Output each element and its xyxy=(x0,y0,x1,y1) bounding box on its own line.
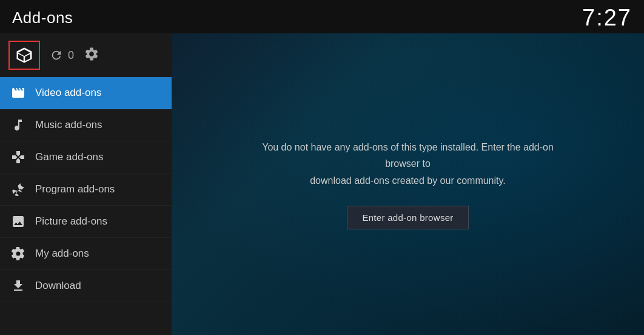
icon-bar: 0 xyxy=(0,33,172,77)
gamepad-icon xyxy=(11,150,25,164)
enter-addon-browser-button[interactable]: Enter add-on browser xyxy=(347,206,468,229)
app-header: Add-ons 7:27 xyxy=(0,0,644,33)
main-layout: 0 Video add-ons Music a xyxy=(0,33,644,335)
box-icon xyxy=(15,46,33,64)
sidebar-item-video-addons-label: Video add-ons xyxy=(35,87,101,99)
wrench-icon xyxy=(11,182,25,197)
sidebar-item-music-addons-label: Music add-ons xyxy=(35,119,102,131)
image-icon xyxy=(11,214,25,229)
sidebar-item-my-addons[interactable]: My add-ons xyxy=(0,238,172,270)
page-title: Add-ons xyxy=(12,8,73,27)
content-area: You do not have any add-ons of this type… xyxy=(172,33,644,335)
refresh-count: 0 xyxy=(68,49,74,62)
sidebar-item-download[interactable]: Download xyxy=(0,270,172,302)
sidebar-item-picture-addons[interactable]: Picture add-ons xyxy=(0,206,172,238)
refresh-icon xyxy=(50,49,63,62)
download-icon xyxy=(11,279,25,293)
addon-box-button[interactable] xyxy=(8,41,40,70)
settings-button[interactable] xyxy=(84,46,99,64)
empty-state-message: You do not have any add-ons of this type… xyxy=(257,139,560,189)
message-line1: You do not have any add-ons of this type… xyxy=(262,142,554,169)
nav-items: Video add-ons Music add-ons Game add-ons xyxy=(0,77,172,335)
message-line2: download add-ons created by our communit… xyxy=(310,175,506,186)
sidebar-item-video-addons[interactable]: Video add-ons xyxy=(0,77,172,109)
clock: 7:27 xyxy=(582,5,632,31)
film-icon xyxy=(11,86,25,100)
sidebar: 0 Video add-ons Music a xyxy=(0,33,172,335)
sidebar-item-download-label: Download xyxy=(35,280,81,292)
refresh-button[interactable]: 0 xyxy=(50,49,74,62)
sidebar-item-program-addons-label: Program add-ons xyxy=(35,183,115,195)
sidebar-item-music-addons[interactable]: Music add-ons xyxy=(0,109,172,141)
music-icon xyxy=(11,118,25,132)
sidebar-item-game-addons[interactable]: Game add-ons xyxy=(0,141,172,174)
sidebar-item-picture-addons-label: Picture add-ons xyxy=(35,215,107,228)
sidebar-item-my-addons-label: My add-ons xyxy=(35,248,89,260)
sidebar-item-program-addons[interactable]: Program add-ons xyxy=(0,174,172,206)
sidebar-item-game-addons-label: Game add-ons xyxy=(35,151,103,163)
gear-icon xyxy=(84,46,99,62)
gear-multi-icon xyxy=(11,246,25,261)
